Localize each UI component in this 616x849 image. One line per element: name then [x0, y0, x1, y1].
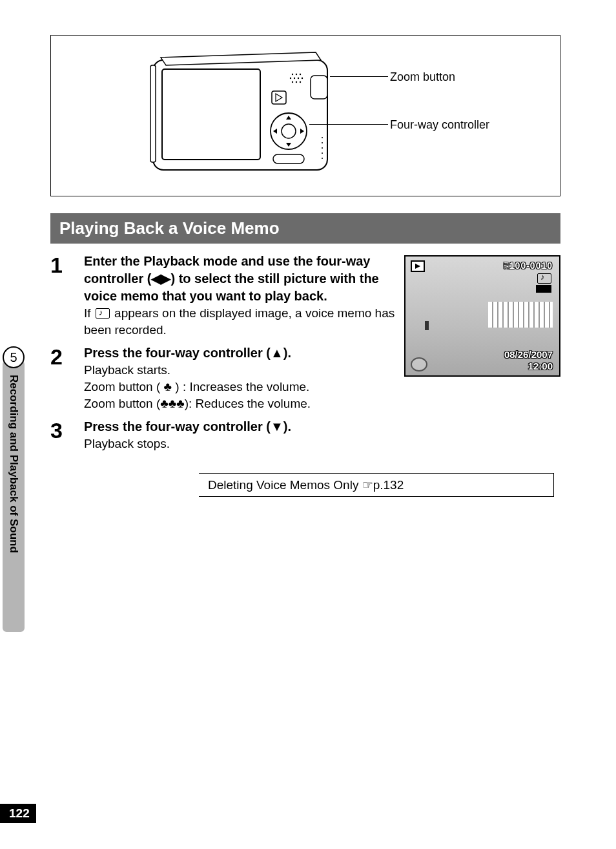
shake-reduction-icon	[411, 357, 427, 372]
battery-icon	[536, 285, 551, 293]
svg-point-16	[282, 124, 296, 138]
svg-point-18	[322, 137, 323, 138]
left-right-arrow-icon: ◀▶	[151, 271, 170, 286]
svg-point-11	[302, 78, 303, 79]
voice-memo-icon	[96, 308, 110, 319]
svg-point-8	[290, 78, 291, 79]
svg-point-5	[292, 74, 293, 75]
chapter-tab-bar: Recording and Playback of Sound	[3, 361, 25, 632]
chapter-side-tab: 5 Recording and Playback of Sound	[0, 346, 27, 644]
svg-rect-2	[162, 69, 260, 160]
section-heading: Playing Back a Voice Memo	[50, 213, 560, 244]
svg-point-13	[296, 81, 297, 83]
lcd-screenshot: ⎘100-0010 08/26/2007 12:00	[404, 255, 560, 377]
svg-point-22	[322, 158, 323, 159]
svg-point-20	[322, 147, 323, 149]
diagram-label-fourway: Four-way controller	[390, 118, 489, 132]
lcd-date: 08/26/2007	[504, 349, 553, 360]
lcd-voice-memo-icon	[536, 273, 553, 284]
svg-rect-4	[272, 91, 286, 104]
svg-rect-3	[311, 76, 327, 99]
step-number: 1	[50, 253, 84, 338]
camera-diagram-box: Zoom button Four-way controller	[50, 35, 560, 196]
playback-mode-icon	[411, 260, 425, 272]
camera-illustration	[148, 47, 335, 183]
cross-reference-box: Deleting Voice Memos Only ☞p.132	[199, 473, 554, 497]
chapter-number-circle: 5	[3, 346, 25, 368]
step3-title-pre: Press the four-way controller (	[84, 419, 271, 434]
up-arrow-icon: ▲	[271, 346, 283, 360]
lcd-photo-content	[488, 302, 553, 328]
step3-title-post: ).	[283, 419, 291, 434]
lcd-folder-number: ⎘100-0010	[504, 260, 553, 271]
step-number: 2	[50, 344, 84, 412]
svg-point-10	[298, 78, 299, 79]
svg-point-6	[296, 74, 297, 75]
step2-sub-1: Playback starts.	[84, 362, 398, 379]
svg-point-12	[292, 81, 293, 83]
svg-rect-1	[150, 65, 156, 162]
step-1: 1 Enter the Playback mode and use the fo…	[50, 253, 398, 338]
svg-rect-17	[273, 154, 304, 163]
step1-sub-post: appears on the displayed image, a voice …	[84, 306, 395, 337]
step-3: 3 Press the four-way controller (▼). Pla…	[50, 418, 398, 452]
lcd-time: 12:00	[528, 361, 553, 372]
step1-sub-pre: If	[84, 306, 94, 320]
step2-sub-3: Zoom button (♣♣♣): Reduces the volume.	[84, 395, 398, 412]
step2-title-pre: Press the four-way controller (	[84, 346, 271, 360]
svg-point-7	[300, 74, 301, 75]
down-arrow-icon: ▼	[271, 419, 283, 434]
svg-point-9	[294, 78, 295, 79]
svg-point-14	[300, 81, 301, 83]
step-number: 3	[50, 418, 84, 452]
page-number: 122	[0, 804, 36, 823]
svg-point-19	[322, 142, 323, 143]
step2-title-post: ).	[283, 346, 291, 360]
diagram-label-zoom: Zoom button	[390, 70, 455, 84]
chapter-title-vertical: Recording and Playback of Sound	[7, 375, 20, 553]
svg-point-21	[322, 152, 323, 154]
step-2: 2 Press the four-way controller (▲). Pla…	[50, 344, 398, 412]
step2-sub-2: Zoom button ( ♣ ) : Increases the volume…	[84, 379, 398, 395]
lcd-photo-content	[425, 321, 429, 330]
step3-sub-1: Playback stops.	[84, 435, 398, 452]
